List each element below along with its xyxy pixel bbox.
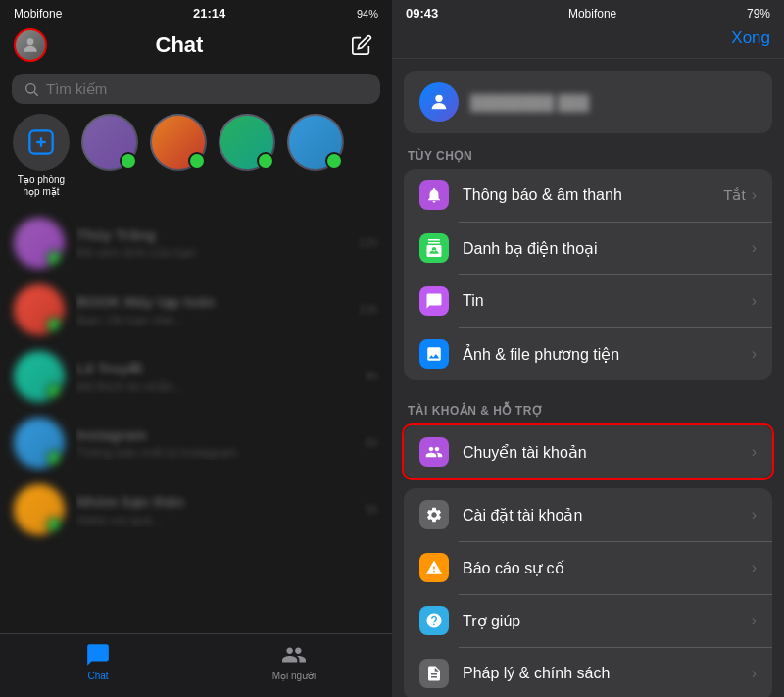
svg-line-2 [34, 92, 38, 96]
tab-people[interactable]: Mọi người [196, 642, 392, 681]
top-profile-avatar [419, 82, 459, 122]
account-settings-label: Cài đặt tài khoản [463, 506, 752, 524]
list-item[interactable]: Danh bạ điện thoại › [404, 222, 772, 274]
top-profile-item[interactable]: ████████ ███ [404, 71, 772, 133]
create-room-label: Tạo phònghọp mặt [18, 174, 65, 198]
chat-name: BOOK Máy tạp toán [76, 293, 347, 311]
story-avatar-2 [150, 114, 207, 171]
chevron-icon: › [752, 612, 757, 629]
chat-time: 10h [359, 303, 378, 317]
chat-avatar [14, 484, 65, 535]
left-time: 21:14 [193, 6, 225, 21]
chat-name: Thúy Trâng [76, 226, 347, 243]
stories-row: Tạo phònghọp mặt [0, 114, 392, 210]
chat-avatar [14, 218, 65, 269]
chat-info: Nhóm bạn thân Hehe vui quá... [76, 493, 354, 527]
account-group: Cài đặt tài khoản › Báo cáo sự cố › Trợ … [404, 488, 772, 697]
right-carrier: Mobifone [568, 7, 616, 21]
chat-time: 22h [359, 236, 378, 250]
chevron-icon: › [752, 239, 757, 257]
search-icon [24, 81, 39, 97]
help-icon [419, 606, 449, 635]
story-avatar-4 [287, 114, 344, 171]
chat-info: Lê Truyết Đã thích tin nhắn... [76, 360, 354, 394]
table-row[interactable]: Lê Truyết Đã thích tin nhắn... 8h [0, 343, 392, 410]
table-row[interactable]: BOOK Máy tạp toán Bạn: Ok bạn nhé... 10h [0, 276, 392, 343]
chat-name: Instagram [76, 426, 354, 443]
list-item[interactable]: Tin › [404, 274, 772, 327]
create-room-item[interactable]: Tạo phònghọp mặt [12, 114, 71, 198]
contacts-label: Danh bạ điện thoại [463, 239, 752, 258]
list-item[interactable]: Trợ giúp › [404, 594, 772, 647]
tab-chat-label: Chat [87, 671, 108, 681]
report-icon [419, 553, 449, 582]
tab-people-label: Mọi người [272, 671, 317, 681]
legal-icon [419, 659, 449, 688]
chat-preview: Thông báo mới từ Instagram [76, 445, 354, 460]
chuyen-tai-khoan-highlighted[interactable]: Chuyển tài khoản › [402, 423, 774, 480]
chat-time: 5h [366, 503, 378, 517]
table-row[interactable]: Nhóm bạn thân Hehe vui quá... 5h [0, 476, 392, 543]
left-status-icons: 94% [357, 8, 378, 20]
list-item[interactable]: Thông báo & âm thanh Tắt › [404, 169, 772, 222]
chevron-icon: › [752, 506, 757, 523]
chevron-icon: › [752, 559, 757, 576]
page-title: Chat [14, 32, 345, 58]
right-header: Xong [392, 25, 784, 59]
notification-value: Tắt [723, 186, 745, 204]
list-item[interactable]: Ảnh & file phương tiện › [404, 327, 772, 380]
story-avatar-3 [219, 114, 275, 171]
help-label: Trợ giúp [463, 612, 752, 630]
create-room-avatar [13, 114, 70, 171]
media-label: Ảnh & file phương tiện [463, 345, 752, 364]
media-icon [419, 339, 449, 369]
chat-name: Nhóm bạn thân [76, 493, 354, 511]
chat-preview: Hehe vui quá... [76, 513, 354, 527]
contacts-icon [419, 233, 449, 263]
notification-label: Thông báo & âm thanh [463, 186, 723, 204]
tab-chat[interactable]: Chat [0, 642, 196, 681]
chat-preview: Đã xem ảnh của bạn [76, 245, 347, 260]
left-header: Chat [0, 25, 392, 70]
chevron-icon: › [752, 665, 757, 682]
right-time: 09:43 [406, 6, 438, 21]
search-bar[interactable] [12, 74, 380, 104]
account-settings-icon [419, 500, 449, 529]
svg-point-6 [435, 95, 442, 102]
chat-info: Instagram Thông báo mới từ Instagram [76, 426, 354, 460]
messages-icon [419, 286, 449, 316]
close-button[interactable]: Xong [731, 28, 770, 48]
list-item[interactable]: Chuyển tài khoản › [404, 425, 772, 478]
right-panel: 09:43 Mobifone 79% Xong ████████ ███ TÙY… [392, 0, 784, 697]
table-row[interactable]: Instagram Thông báo mới từ Instagram 6h [0, 410, 392, 476]
chat-name: Lê Truyết [76, 360, 354, 377]
chat-info: BOOK Máy tạp toán Bạn: Ok bạn nhé... [76, 293, 347, 327]
chat-avatar [14, 284, 65, 335]
switch-account-icon [419, 437, 449, 467]
search-input[interactable] [46, 80, 368, 97]
list-item[interactable]: Pháp lý & chính sách › [404, 647, 772, 697]
battery-indicator: 94% [357, 8, 378, 20]
left-status-bar: Mobifone 21:14 94% [0, 0, 392, 25]
notification-icon [419, 180, 449, 210]
table-row[interactable]: Thúy Trâng Đã xem ảnh của bạn 22h [0, 210, 392, 276]
left-panel: Mobifone 21:14 94% Chat Tạo phònghọp mặt [0, 0, 392, 697]
story-item-1[interactable] [80, 114, 139, 198]
people-tab-icon [281, 642, 307, 668]
right-content: ████████ ███ TÙY CHỌN Thông báo & âm tha… [392, 59, 784, 697]
story-item-3[interactable] [218, 114, 276, 198]
chat-avatar [14, 351, 65, 402]
list-item[interactable]: Cài đặt tài khoản › [404, 488, 772, 541]
chevron-icon: › [752, 292, 757, 310]
story-item-4[interactable] [286, 114, 345, 198]
list-item[interactable]: Báo cáo sự cố › [404, 541, 772, 594]
story-item-2[interactable] [149, 114, 208, 198]
right-battery: 79% [747, 7, 770, 21]
chevron-icon: › [752, 186, 757, 204]
chat-tab-icon [85, 642, 111, 668]
chat-avatar [14, 418, 65, 469]
compose-button[interactable] [345, 28, 378, 62]
left-carrier: Mobifone [14, 7, 62, 21]
chat-preview: Bạn: Ok bạn nhé... [76, 313, 347, 327]
top-profile-name: ████████ ███ [470, 94, 589, 111]
